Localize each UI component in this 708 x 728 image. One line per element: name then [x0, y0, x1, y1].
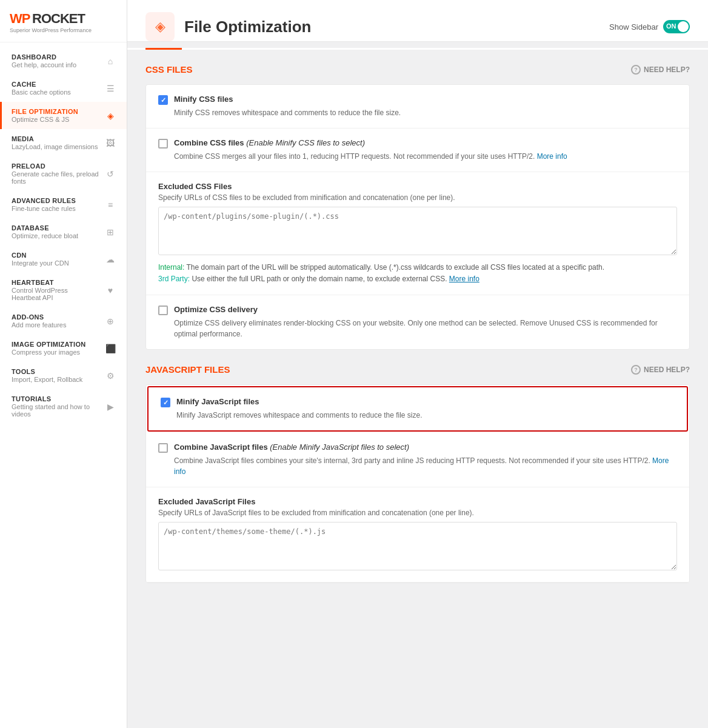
sidebar-item-image-optimization[interactable]: IMAGE OPTIMIZATION Compress your images …: [0, 335, 127, 362]
css-need-help-label: NEED HELP?: [644, 65, 690, 74]
nav-title-tools: TOOLS: [12, 368, 99, 375]
sidebar-toggle[interactable]: Show Sidebar ON: [609, 20, 690, 33]
nav-title-dashboard: DASHBOARD: [12, 53, 99, 61]
minify-css-checkbox[interactable]: [158, 95, 168, 105]
combine-css-more-info[interactable]: More info: [537, 152, 567, 161]
nav-icon-heartbeat: ♥: [104, 286, 117, 295]
nav-icon-file-optimization: ◈: [104, 111, 117, 121]
hint-3rdparty-label: 3rd Party:: [158, 275, 190, 283]
sidebar-item-file-optimization[interactable]: FILE OPTIMIZATION Optimize CSS & JS ◈: [0, 102, 127, 129]
nav-icon-add-ons: ⊕: [104, 316, 117, 326]
excluded-js-section: Excluded JavaScript Files Specify URLs o…: [146, 487, 689, 583]
nav-sub-media: LazyLoad, image dimensions: [12, 143, 99, 150]
nav-sub-cache: Basic cache options: [12, 88, 99, 96]
minify-css-row: Minify CSS files Minify CSS removes whit…: [146, 85, 689, 129]
page-icon: ◈: [145, 12, 175, 41]
combine-js-row: Combine JavaScript files (Enable Minify …: [146, 433, 689, 487]
combine-js-checkbox[interactable]: [158, 443, 168, 453]
hint-3rdparty-text: Use either the full URL path or only the…: [192, 275, 449, 283]
hint-3rdparty-more-info[interactable]: More info: [449, 275, 479, 283]
sidebar-item-advanced-rules[interactable]: ADVANCED RULES Fine-tune cache rules ≡: [0, 191, 127, 218]
hint-internal-label: Internal:: [158, 263, 184, 272]
combine-js-more-info[interactable]: More info: [174, 456, 669, 476]
nav-sub-advanced-rules: Fine-tune cache rules: [12, 205, 99, 212]
show-sidebar-label: Show Sidebar: [609, 22, 658, 32]
toggle-switch[interactable]: ON: [663, 20, 690, 33]
nav-icon-dashboard: ⌂: [104, 56, 117, 66]
minify-css-label: Minify CSS files: [174, 95, 233, 104]
excluded-js-desc: Specify URLs of JavaScript files to be e…: [158, 509, 677, 517]
excluded-js-textarea[interactable]: [158, 522, 677, 570]
nav-sub-database: Optimize, reduce bloat: [12, 232, 99, 239]
sidebar-item-tools[interactable]: TOOLS Import, Export, Rollback ⚙: [0, 362, 127, 389]
minify-css-desc: Minify CSS removes whitespace and commen…: [174, 107, 677, 118]
nav-sub-image-optimization: Compress your images: [12, 349, 99, 356]
nav-sub-tools: Import, Export, Rollback: [12, 376, 99, 383]
nav-sub-add-ons: Add more features: [12, 321, 99, 329]
nav-sub-preload: Generate cache files, preload fonts: [12, 170, 99, 185]
js-need-help[interactable]: ? NEED HELP?: [631, 365, 690, 375]
sidebar-item-cache[interactable]: CACHE Basic cache options ☰: [0, 75, 127, 102]
combine-js-label: Combine JavaScript files (Enable Minify …: [174, 442, 409, 452]
nav-title-image-optimization: IMAGE OPTIMIZATION: [12, 341, 99, 348]
nav-sub-cdn: Integrate your CDN: [12, 259, 99, 267]
minify-js-label: Minify JavaScript files: [176, 397, 259, 406]
excluded-css-textarea[interactable]: [158, 207, 677, 255]
sidebar-item-media[interactable]: MEDIA LazyLoad, image dimensions 🖼: [0, 129, 127, 156]
toggle-on-label: ON: [666, 22, 676, 30]
logo: WP ROCKET Superior WordPress Performance: [0, 0, 127, 42]
css-need-help[interactable]: ? NEED HELP?: [631, 65, 690, 75]
nav-title-cdn: CDN: [12, 252, 99, 259]
js-need-help-label: NEED HELP?: [644, 366, 690, 374]
excluded-css-hint: Internal: The domain part of the URL wil…: [158, 262, 677, 285]
main-header: ◈ File Optimization Show Sidebar ON: [127, 0, 708, 42]
sidebar-item-tutorials[interactable]: TUTORIALS Getting started and how to vid…: [0, 389, 127, 424]
optimize-css-delivery-checkbox[interactable]: [158, 306, 168, 315]
toggle-knob: [678, 21, 689, 32]
excluded-css-title: Excluded CSS Files: [158, 182, 677, 191]
combine-css-label: Combine CSS files (Enable Minify CSS fil…: [174, 138, 365, 147]
nav-title-add-ons: ADD-ONS: [12, 313, 99, 321]
nav-title-tutorials: TUTORIALS: [12, 395, 99, 402]
nav-title-file-optimization: FILE OPTIMIZATION: [12, 108, 99, 115]
css-section-header: CSS Files ? NEED HELP?: [145, 64, 690, 75]
sidebar-item-heartbeat[interactable]: HEARTBEAT Control WordPress Heartbeat AP…: [0, 273, 127, 307]
hint-internal-text: The domain part of the URL will be strip…: [186, 263, 604, 272]
minify-js-row: Minify JavaScript files Minify JavaScrip…: [147, 386, 688, 432]
sidebar-item-preload[interactable]: PRELOAD Generate cache files, preload fo…: [0, 156, 127, 191]
excluded-css-section: Excluded CSS Files Specify URLs of CSS f…: [146, 172, 689, 295]
nav-sub-tutorials: Getting started and how to videos: [12, 403, 99, 418]
optimize-css-delivery-desc: Optimize CSS delivery eliminates render-…: [174, 318, 677, 339]
combine-js-desc: Combine JavaScript files combines your s…: [174, 455, 677, 477]
optimize-css-delivery-label: Optimize CSS delivery: [174, 305, 258, 314]
nav-title-database: DATABASE: [12, 224, 99, 232]
nav-title-cache: CACHE: [12, 81, 99, 88]
sidebar-nav: DASHBOARD Get help, account info ⌂ CACHE…: [0, 42, 127, 728]
excluded-css-desc: Specify URLs of CSS files to be excluded…: [158, 193, 677, 202]
nav-sub-dashboard: Get help, account info: [12, 61, 99, 68]
minify-js-desc: Minify JavaScript removes whitespace and…: [176, 410, 675, 421]
sidebar-item-database[interactable]: DATABASE Optimize, reduce bloat ⊞: [0, 218, 127, 245]
js-section-title: JavaScript Files: [145, 364, 230, 375]
nav-icon-cache: ☰: [104, 84, 117, 93]
nav-title-preload: PRELOAD: [12, 162, 99, 170]
combine-css-checkbox[interactable]: [158, 139, 168, 149]
combine-css-desc: Combine CSS merges all your files into 1…: [174, 151, 677, 162]
combine-css-row: Combine CSS files (Enable Minify CSS fil…: [146, 129, 689, 172]
nav-title-media: MEDIA: [12, 135, 99, 142]
main-content: ◈ File Optimization Show Sidebar ON CSS …: [127, 0, 708, 728]
nav-sub-heartbeat: Control WordPress Heartbeat API: [12, 287, 99, 301]
sidebar-item-add-ons[interactable]: ADD-ONS Add more features ⊕: [0, 307, 127, 335]
sidebar-item-cdn[interactable]: CDN Integrate your CDN ☁: [0, 245, 127, 273]
nav-title-advanced-rules: ADVANCED RULES: [12, 197, 99, 204]
optimize-css-delivery-row: Optimize CSS delivery Optimize CSS deliv…: [146, 295, 689, 349]
logo-tagline: Superior WordPress Performance: [10, 27, 117, 33]
css-section-title: CSS Files: [145, 64, 193, 75]
page-title: File Optimization: [184, 18, 609, 36]
nav-icon-database: ⊞: [104, 227, 117, 237]
nav-icon-tools: ⚙: [104, 371, 117, 381]
js-section-header: JavaScript Files ? NEED HELP?: [145, 364, 690, 375]
minify-js-checkbox[interactable]: [161, 398, 170, 407]
js-options-card: Minify JavaScript files Minify JavaScrip…: [145, 384, 690, 583]
sidebar-item-dashboard[interactable]: DASHBOARD Get help, account info ⌂: [0, 47, 127, 75]
